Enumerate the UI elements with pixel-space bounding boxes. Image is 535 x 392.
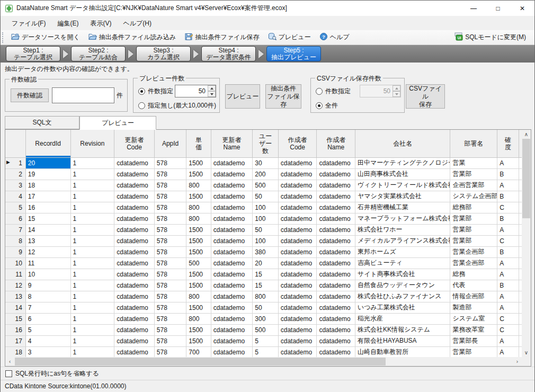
cell[interactable]: 5: [253, 335, 278, 346]
cell[interactable]: cdatademo: [114, 291, 155, 302]
cell[interactable]: 800: [186, 213, 211, 224]
scroll-left-icon[interactable]: ‹: [5, 357, 14, 366]
cell[interactable]: 11: [25, 257, 70, 269]
cell[interactable]: cdatademo: [211, 346, 253, 357]
cell[interactable]: 380: [253, 246, 278, 257]
row-header[interactable]: 13: [5, 291, 25, 302]
cell[interactable]: cdatademo: [114, 313, 155, 324]
cell[interactable]: 578: [154, 280, 186, 291]
cell[interactable]: 石井精密機械工業: [355, 202, 450, 213]
cell[interactable]: cdatademo: [211, 280, 253, 291]
cell[interactable]: cdatademo: [114, 213, 155, 224]
cell[interactable]: cdatademo: [317, 157, 355, 168]
cell[interactable]: cdatademo: [114, 246, 155, 257]
menu-help[interactable]: ヘルプ(H): [117, 17, 157, 30]
cell[interactable]: 吉高ビューティ: [355, 257, 450, 269]
cell[interactable]: 8: [25, 291, 70, 302]
cell[interactable]: 1: [70, 180, 114, 191]
cell[interactable]: cdatademo: [278, 291, 317, 302]
cell[interactable]: 100: [253, 202, 278, 213]
cell[interactable]: ヴィクトリーフィールド株式会社: [355, 180, 450, 191]
cell[interactable]: B: [497, 168, 519, 180]
cell[interactable]: cdatademo: [278, 335, 317, 346]
row-header[interactable]: 9: [5, 246, 25, 257]
csv-count-all-option[interactable]: 全件: [316, 101, 338, 110]
cell[interactable]: cdatademo: [114, 257, 155, 269]
cell[interactable]: 1: [70, 168, 114, 180]
cell[interactable]: 578: [154, 213, 186, 224]
cell[interactable]: 800: [186, 313, 211, 324]
spinner-down-icon[interactable]: [393, 91, 400, 97]
horizontal-scroll-thumb[interactable]: [15, 358, 386, 366]
cell[interactable]: 700: [186, 346, 211, 357]
step5-extract-preview[interactable]: Step5 : 抽出プレビュー: [266, 46, 321, 61]
cell[interactable]: 営業: [450, 157, 497, 168]
cell[interactable]: 20: [253, 257, 278, 269]
cell[interactable]: 稲光水産: [355, 313, 450, 324]
column-header-creator-name[interactable]: 作成者 Name: [317, 130, 355, 157]
cell[interactable]: 578: [154, 180, 186, 191]
column-header-user-count[interactable]: ユー ザー 数: [253, 130, 278, 157]
preview-tool-button[interactable]: プレビュー: [264, 31, 315, 44]
cell[interactable]: 1500: [186, 335, 211, 346]
cell[interactable]: cdatademo: [114, 202, 155, 213]
cell[interactable]: 12: [25, 246, 70, 257]
cell[interactable]: 1: [70, 313, 114, 324]
cell[interactable]: cdatademo: [317, 224, 355, 235]
scroll-right-icon[interactable]: ›: [513, 357, 522, 366]
cell[interactable]: A: [497, 180, 519, 191]
cell[interactable]: 1500: [186, 269, 211, 280]
cell[interactable]: 1500: [186, 235, 211, 246]
preview-count-nolimit-option[interactable]: 指定無し(最大10,000件): [138, 101, 216, 110]
cell[interactable]: メディカルアライアンス株式会社: [355, 235, 450, 246]
cell[interactable]: cdatademo: [278, 346, 317, 357]
cell[interactable]: 1: [70, 335, 114, 346]
cell[interactable]: cdatademo: [211, 324, 253, 335]
cell[interactable]: 7: [25, 302, 70, 313]
cell[interactable]: cdatademo: [114, 224, 155, 235]
cell[interactable]: 578: [154, 168, 186, 180]
cell[interactable]: 営業部: [450, 213, 497, 224]
load-condition-file-button[interactable]: 抽出条件ファイル読み込み: [84, 31, 181, 44]
cell[interactable]: 情報企画部: [450, 291, 497, 302]
step3-column-select[interactable]: Step3 : カラム選択: [136, 46, 191, 61]
preview-count-value[interactable]: 50: [175, 85, 208, 97]
cell[interactable]: 30: [253, 157, 278, 168]
cell[interactable]: cdatademo: [114, 235, 155, 246]
csv-count-specify-option[interactable]: 件数指定: [316, 87, 351, 96]
cell[interactable]: cdatademo: [317, 269, 355, 280]
row-header[interactable]: 17: [5, 335, 25, 346]
cell[interactable]: cdatademo: [211, 257, 253, 269]
close-button[interactable]: ✕: [510, 1, 534, 16]
cell[interactable]: cdatademo: [317, 291, 355, 302]
cell[interactable]: A: [497, 291, 519, 302]
cell[interactable]: 15: [25, 213, 70, 224]
cell[interactable]: 営業部: [450, 235, 497, 246]
cell[interactable]: 自然食品ウッディータウン: [355, 280, 450, 291]
cell[interactable]: 578: [154, 202, 186, 213]
column-header-company-name[interactable]: 会社名: [355, 130, 450, 157]
cell[interactable]: C: [497, 324, 519, 335]
column-header-creator-code[interactable]: 作成者 Code: [278, 130, 317, 157]
cell[interactable]: cdatademo: [114, 335, 155, 346]
row-header[interactable]: 15: [5, 313, 25, 324]
cell[interactable]: 1: [70, 280, 114, 291]
cell[interactable]: A: [497, 302, 519, 313]
maximize-button[interactable]: □: [486, 1, 510, 16]
cell[interactable]: A: [497, 257, 519, 269]
cell[interactable]: 1: [70, 235, 114, 246]
cell[interactable]: 1: [70, 269, 114, 280]
cell[interactable]: cdatademo: [211, 335, 253, 346]
menu-file[interactable]: ファイル(F): [6, 17, 51, 30]
tab-preview[interactable]: プレビュー: [79, 116, 156, 130]
cell[interactable]: cdatademo: [317, 257, 355, 269]
cell[interactable]: cdatademo: [317, 302, 355, 313]
cell[interactable]: C: [497, 313, 519, 324]
cell[interactable]: 株式会社KK情報システム: [355, 324, 450, 335]
row-header[interactable]: 11: [5, 269, 25, 280]
cell[interactable]: A: [497, 157, 519, 168]
open-datasource-button[interactable]: データソースを開く: [7, 31, 84, 44]
row-header[interactable]: 2: [5, 168, 25, 180]
cell[interactable]: B: [497, 280, 519, 291]
vertical-scrollbar[interactable]: ∧ ∨: [522, 130, 531, 357]
